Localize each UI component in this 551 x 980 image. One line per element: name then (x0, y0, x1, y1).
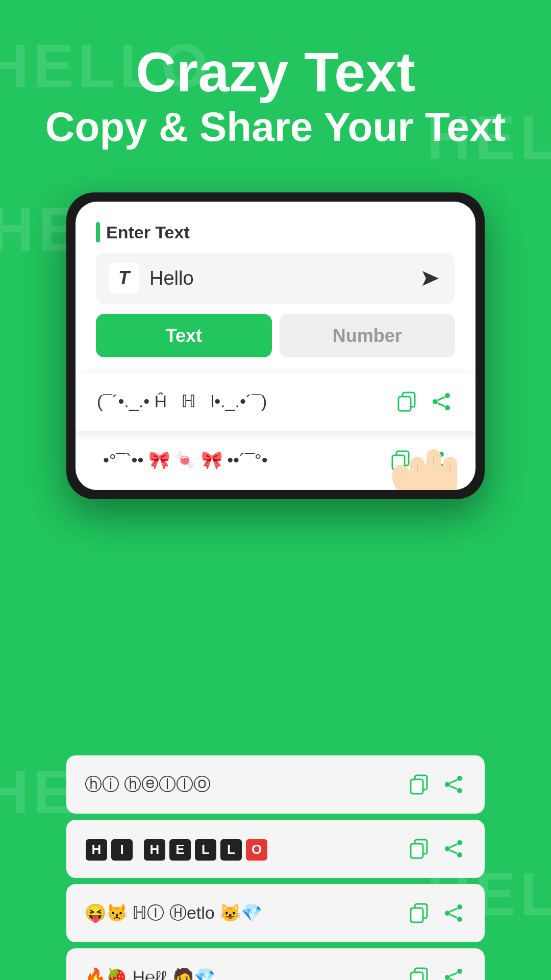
svg-point-28 (445, 782, 450, 787)
svg-point-29 (457, 788, 462, 793)
svg-point-36 (457, 852, 462, 857)
results-area: (¯´•._.• Ĥ ℍ l•._.•´¯) (82, 373, 469, 490)
svg-rect-40 (411, 908, 423, 922)
phone-screen: Enter Text T Hello Text Number (76, 202, 475, 490)
svg-line-6 (438, 403, 445, 406)
svg-point-11 (439, 464, 444, 469)
svg-line-51 (450, 973, 457, 976)
header: Crazy Text Copy & Share Your Text (0, 0, 551, 177)
enter-text-label: Enter Text (96, 222, 455, 242)
phone-mockup: Enter Text T Hello Text Number (66, 192, 485, 499)
copy-button-2[interactable] (388, 448, 413, 473)
svg-point-41 (457, 904, 462, 910)
share-button-4[interactable] (441, 836, 466, 862)
text-input-area[interactable]: T Hello (96, 253, 455, 304)
result-text-2: •°¯`•• 🎀 🍬 🎀 ••´¯°• (103, 448, 388, 473)
result-actions-3 (406, 772, 466, 797)
result-text-3: ⓗⓘ ⓗⓔⓛⓛⓞ (85, 772, 406, 797)
result-actions-2 (388, 448, 448, 473)
result-actions-4 (406, 836, 466, 862)
result-card-6: 🔥🍓 H℮ℓℓ 🧑💎 (66, 948, 485, 980)
text-input-value[interactable]: Hello (149, 267, 407, 289)
svg-point-3 (433, 399, 438, 404)
svg-rect-26 (411, 779, 423, 794)
result-card-2: •°¯`•• 🎀 🍬 🎀 ••´¯°• (82, 431, 469, 490)
svg-rect-1 (398, 397, 411, 411)
svg-point-43 (457, 917, 462, 922)
svg-rect-47 (411, 972, 423, 980)
svg-point-9 (439, 452, 444, 457)
share-button-5[interactable] (441, 900, 466, 926)
svg-line-45 (450, 915, 457, 918)
svg-point-27 (457, 776, 462, 781)
svg-point-2 (445, 393, 450, 398)
svg-line-44 (450, 909, 457, 912)
lower-cards: ⓗⓘ ⓗⓔⓛⓛⓞ (66, 755, 485, 980)
result-text-5: 😝😾 ℍⒾ Ⓗetlo 😺💎 (85, 901, 406, 925)
result-actions-5 (406, 900, 466, 926)
copy-button-1[interactable] (394, 389, 419, 414)
result-text-4: H I H E L L O (85, 836, 406, 861)
result-actions-1 (394, 389, 454, 414)
header-title-line1: Crazy Text (31, 41, 520, 103)
svg-point-35 (445, 846, 450, 851)
svg-point-48 (457, 969, 462, 974)
svg-line-12 (432, 456, 439, 459)
svg-rect-33 (411, 844, 423, 858)
tab-text[interactable]: Text (96, 314, 272, 357)
tabs-row: Text Number (96, 314, 455, 357)
svg-point-34 (457, 840, 462, 845)
text-type-icon: T (109, 263, 139, 293)
svg-point-10 (427, 458, 432, 463)
enter-text-section: Enter Text T Hello Text Number (91, 222, 460, 373)
share-button-3[interactable] (441, 772, 466, 797)
svg-line-5 (438, 397, 445, 400)
svg-point-4 (445, 405, 450, 410)
svg-line-30 (450, 780, 457, 783)
share-button-6[interactable] (441, 965, 466, 980)
result-card-4: H I H E L L O (66, 820, 485, 878)
result-card-3: ⓗⓘ ⓗⓔⓛⓛⓞ (66, 755, 485, 814)
svg-point-49 (445, 975, 450, 980)
result-text-1: (¯´•._.• Ĥ ℍ l•._.•´¯) (97, 389, 394, 414)
share-button-1[interactable] (429, 389, 454, 414)
label-indicator (96, 222, 100, 242)
svg-line-37 (450, 844, 457, 847)
svg-line-13 (432, 462, 439, 465)
copy-button-5[interactable] (406, 900, 432, 926)
copy-button-6[interactable] (406, 965, 432, 980)
tab-number[interactable]: Number (280, 314, 456, 357)
share-button-2[interactable] (422, 448, 448, 473)
result-card-5: 😝😾 ℍⒾ Ⓗetlo 😺💎 (66, 884, 485, 942)
svg-point-42 (445, 911, 450, 916)
result-actions-6 (406, 965, 466, 980)
svg-rect-8 (392, 455, 405, 470)
copy-button-3[interactable] (406, 772, 432, 797)
copy-button-4[interactable] (406, 836, 432, 862)
result-text-6: 🔥🍓 H℮ℓℓ 🧑💎 (85, 965, 406, 980)
result-card-1: (¯´•._.• Ĥ ℍ l•._.•´¯) (76, 373, 475, 431)
svg-line-38 (450, 850, 457, 853)
send-icon[interactable] (417, 265, 442, 291)
header-title-line2: Copy & Share Your Text (31, 103, 520, 152)
svg-line-31 (450, 786, 457, 789)
